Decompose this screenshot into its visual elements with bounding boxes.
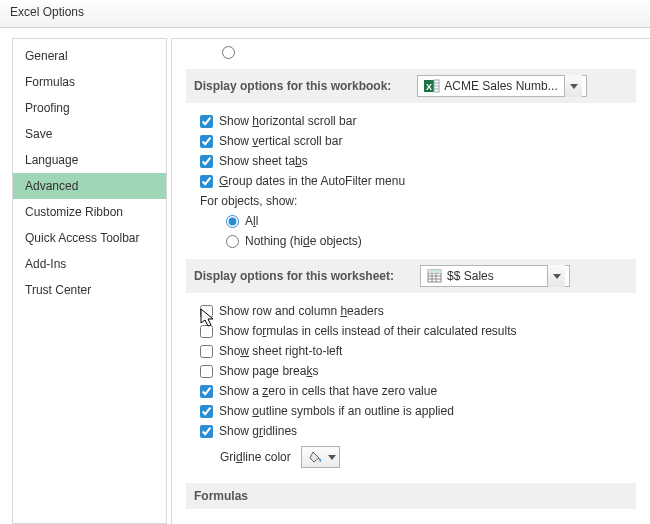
section-title: Display options for this worksheet:: [194, 269, 394, 283]
worksheet-icon: [427, 269, 443, 283]
dropdown-toggle[interactable]: [564, 75, 582, 97]
label-vscroll: Show vertical scroll bar: [219, 134, 342, 148]
label-objects-show: For objects, show:: [200, 194, 297, 208]
checkbox-show-formulas[interactable]: [200, 325, 213, 338]
excel-icon: X: [424, 79, 440, 93]
dialog-body: General Formulas Proofing Save Language …: [0, 28, 650, 524]
sidebar-item-label: Trust Center: [25, 283, 91, 297]
label-sheettabs: Show sheet tabs: [219, 154, 308, 168]
sidebar-item-language[interactable]: Language: [13, 147, 166, 173]
label-show-formulas: Show formulas in cells instead of their …: [219, 324, 516, 338]
sidebar-item-label: Language: [25, 153, 78, 167]
label-gridline-color: Gridline color: [220, 450, 291, 464]
label-rowcol: Show row and column headers: [219, 304, 384, 318]
content-panel: Display options for this workbook: X ACM…: [171, 38, 650, 524]
radio-all[interactable]: [226, 215, 239, 228]
sidebar-item-addins[interactable]: Add-Ins: [13, 251, 166, 277]
cutoff-previous-option: [186, 45, 636, 59]
label-gridlines: Show gridlines: [219, 424, 297, 438]
option-outline: Show outline symbols if an outline is ap…: [200, 401, 636, 421]
workbook-dropdown-value: ACME Sales Numb...: [444, 79, 560, 93]
option-gridlines: Show gridlines: [200, 421, 636, 441]
sidebar-item-qat[interactable]: Quick Access Toolbar: [13, 225, 166, 251]
checkbox-sheettabs[interactable]: [200, 155, 213, 168]
sidebar-item-general[interactable]: General: [13, 43, 166, 69]
chevron-down-icon: [328, 455, 336, 460]
option-rowcol-headers: Show row and column headers: [200, 301, 636, 321]
chevron-down-icon: [553, 274, 561, 279]
option-zeros: Show a zero in cells that have zero valu…: [200, 381, 636, 401]
sidebar-item-label: Quick Access Toolbar: [25, 231, 140, 245]
sidebar-item-save[interactable]: Save: [13, 121, 166, 147]
paint-bucket-icon: [308, 450, 324, 464]
section-worksheet-display: Display options for this worksheet: $$ S…: [186, 259, 636, 293]
sidebar-item-trust-center[interactable]: Trust Center: [13, 277, 166, 303]
checkbox-outline[interactable]: [200, 405, 213, 418]
sidebar-item-label: Proofing: [25, 101, 70, 115]
sidebar-item-formulas[interactable]: Formulas: [13, 69, 166, 95]
label-radio-nothing: Nothing (hide objects): [245, 234, 362, 248]
section-workbook-display: Display options for this workbook: X ACM…: [186, 69, 636, 103]
checkbox-gridlines[interactable]: [200, 425, 213, 438]
label-outline: Show outline symbols if an outline is ap…: [219, 404, 454, 418]
sidebar-item-proofing[interactable]: Proofing: [13, 95, 166, 121]
label-groupdates: Group dates in the AutoFilter menu: [219, 174, 405, 188]
title-bar: Excel Options: [0, 0, 650, 28]
checkbox-groupdates[interactable]: [200, 175, 213, 188]
option-objects-all: All: [226, 211, 636, 231]
radio-nothing[interactable]: [226, 235, 239, 248]
dropdown-toggle[interactable]: [547, 265, 565, 287]
category-sidebar: General Formulas Proofing Save Language …: [12, 38, 167, 524]
svg-rect-12: [428, 270, 441, 273]
worksheet-dropdown-value: $$ Sales: [447, 269, 543, 283]
sidebar-item-customize-ribbon[interactable]: Customize Ribbon: [13, 199, 166, 225]
section-title: Display options for this workbook:: [194, 79, 391, 93]
checkbox-vscroll[interactable]: [200, 135, 213, 148]
option-vscroll: Show vertical scroll bar: [200, 131, 636, 151]
sidebar-item-label: Advanced: [25, 179, 78, 193]
option-pagebreaks: Show page breaks: [200, 361, 636, 381]
option-objects-nothing: Nothing (hide objects): [226, 231, 636, 251]
label-hscroll: Show horizontal scroll bar: [219, 114, 356, 128]
checkbox-zeros[interactable]: [200, 385, 213, 398]
worksheet-dropdown[interactable]: $$ Sales: [420, 265, 570, 287]
section-formulas: Formulas: [186, 483, 636, 509]
radio-cutoff[interactable]: [222, 46, 235, 59]
option-show-formulas: Show formulas in cells instead of their …: [200, 321, 636, 341]
workbook-dropdown[interactable]: X ACME Sales Numb...: [417, 75, 587, 97]
option-hscroll: Show horizontal scroll bar: [200, 111, 636, 131]
label-zeros: Show a zero in cells that have zero valu…: [219, 384, 437, 398]
sidebar-item-label: Customize Ribbon: [25, 205, 123, 219]
sidebar-item-label: General: [25, 49, 68, 63]
checkbox-hscroll[interactable]: [200, 115, 213, 128]
chevron-down-icon: [570, 84, 578, 89]
option-gridline-color: Gridline color: [220, 443, 636, 471]
window-title: Excel Options: [10, 5, 84, 19]
sidebar-item-label: Add-Ins: [25, 257, 66, 271]
option-groupdates: Group dates in the AutoFilter menu: [200, 171, 636, 191]
sidebar-item-label: Save: [25, 127, 52, 141]
svg-text:X: X: [426, 82, 432, 92]
checkbox-pagebreaks[interactable]: [200, 365, 213, 378]
checkbox-rowcol[interactable]: [200, 305, 213, 318]
gridline-color-button[interactable]: [301, 446, 340, 468]
sidebar-item-label: Formulas: [25, 75, 75, 89]
label-pagebreaks: Show page breaks: [219, 364, 318, 378]
option-rtl: Show sheet right-to-left: [200, 341, 636, 361]
option-sheettabs: Show sheet tabs: [200, 151, 636, 171]
label-radio-all: All: [245, 214, 258, 228]
section-title: Formulas: [194, 489, 248, 503]
sidebar-item-advanced[interactable]: Advanced: [13, 173, 166, 199]
label-rtl: Show sheet right-to-left: [219, 344, 342, 358]
checkbox-rtl[interactable]: [200, 345, 213, 358]
objects-show-label-row: For objects, show:: [200, 191, 636, 211]
